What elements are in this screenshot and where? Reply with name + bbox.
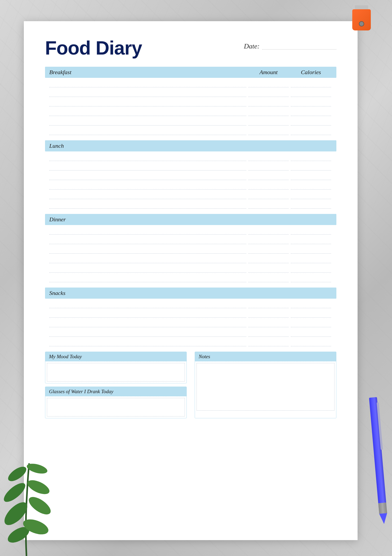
bottom-left: My Mood Today Glasses of Water I Drank T…	[45, 352, 187, 418]
table-row[interactable]	[45, 273, 336, 282]
svg-point-5	[25, 477, 51, 497]
table-row[interactable]	[45, 190, 336, 199]
table-row[interactable]	[45, 199, 336, 209]
svg-point-4	[1, 480, 28, 505]
notes-section: Notes	[195, 352, 336, 418]
lunch-amount-col	[247, 142, 290, 149]
water-header: Glasses of Water I Drank Today	[45, 387, 186, 396]
table-row[interactable]	[45, 308, 336, 318]
date-area: Date:	[244, 42, 336, 50]
table-row[interactable]	[45, 299, 336, 308]
food-diary-page: Food Diary Date: Breakfast Amount Calori…	[24, 21, 358, 540]
pen-decoration	[368, 397, 390, 530]
table-row[interactable]	[45, 263, 336, 273]
snacks-amount-col	[247, 290, 290, 297]
breakfast-section: Breakfast Amount Calories	[45, 67, 336, 135]
table-row[interactable]	[45, 171, 336, 180]
water-section: Glasses of Water I Drank Today	[45, 387, 187, 418]
table-row[interactable]	[45, 327, 336, 337]
snacks-label: Snacks	[49, 290, 247, 297]
lunch-section: Lunch	[45, 140, 336, 209]
table-row[interactable]	[45, 97, 336, 106]
table-row[interactable]	[45, 87, 336, 97]
lunch-calories-col	[290, 142, 332, 149]
dinner-calories-col	[290, 216, 332, 223]
table-row[interactable]	[45, 116, 336, 125]
table-row[interactable]	[45, 254, 336, 263]
breakfast-header: Breakfast Amount Calories	[45, 67, 336, 78]
water-label: Glasses of Water I Drank Today	[49, 389, 113, 394]
date-label: Date:	[244, 42, 260, 50]
mood-header: My Mood Today	[45, 352, 186, 361]
mood-input-area[interactable]	[47, 363, 185, 382]
dinner-amount-col	[247, 216, 290, 223]
svg-point-3	[26, 494, 54, 518]
snacks-section: Snacks	[45, 288, 336, 346]
notes-label: Notes	[199, 354, 210, 359]
dinner-header: Dinner	[45, 214, 336, 225]
sharpener-decoration	[352, 5, 371, 32]
mood-label: My Mood Today	[49, 354, 82, 359]
notes-input-area[interactable]	[197, 363, 335, 411]
breakfast-label: Breakfast	[49, 69, 247, 76]
date-line[interactable]	[262, 43, 336, 50]
lunch-label: Lunch	[49, 142, 247, 149]
dinner-section: Dinner	[45, 214, 336, 282]
plant-decoration	[0, 450, 66, 556]
table-row[interactable]	[45, 125, 336, 135]
breakfast-calories-col: Calories	[290, 69, 332, 76]
table-row[interactable]	[45, 180, 336, 190]
dinner-label: Dinner	[49, 216, 247, 223]
page-title: Food Diary	[45, 37, 142, 59]
table-row[interactable]	[45, 151, 336, 161]
table-row[interactable]	[45, 106, 336, 116]
table-row[interactable]	[45, 337, 336, 346]
lunch-header: Lunch	[45, 140, 336, 151]
mood-section: My Mood Today	[45, 352, 187, 383]
svg-point-6	[6, 464, 29, 484]
dinner-rows	[45, 225, 336, 282]
lunch-rows	[45, 151, 336, 209]
table-row[interactable]	[45, 78, 336, 87]
breakfast-rows	[45, 78, 336, 135]
breakfast-amount-col: Amount	[247, 69, 290, 76]
snacks-header: Snacks	[45, 288, 336, 299]
table-row[interactable]	[45, 235, 336, 244]
bottom-grid: My Mood Today Glasses of Water I Drank T…	[45, 352, 336, 418]
page-header: Food Diary Date:	[45, 37, 336, 59]
notes-header: Notes	[195, 352, 336, 361]
table-row[interactable]	[45, 244, 336, 254]
water-input-area[interactable]	[47, 398, 185, 416]
snacks-calories-col	[290, 290, 332, 297]
table-row[interactable]	[45, 161, 336, 171]
snacks-rows	[45, 299, 336, 346]
table-row[interactable]	[45, 225, 336, 235]
table-row[interactable]	[45, 318, 336, 327]
